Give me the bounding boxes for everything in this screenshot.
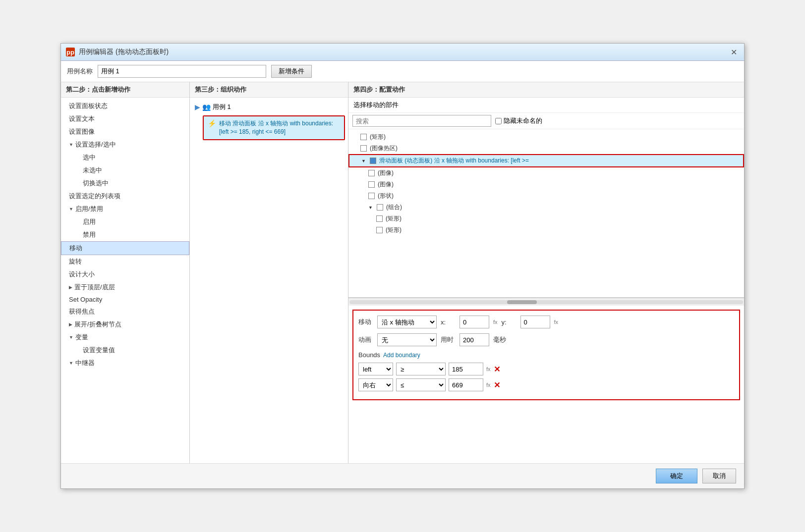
comp-item-image1[interactable]: (图像) <box>348 167 744 179</box>
comp-item-rect1[interactable]: (矩形) <box>348 131 744 143</box>
step3-panel: 第三步：组织动作 ▶ 👥 用例 1 ⚡ 移动 滑动面板 沿 x 轴拖动 with… <box>190 82 348 463</box>
comp-label-image1: (图像) <box>378 169 394 177</box>
list-item-move[interactable]: 移动 <box>61 241 189 255</box>
comp-checkbox-shape[interactable] <box>368 193 375 199</box>
comp-checkbox-hotarea[interactable] <box>360 145 367 152</box>
group-enable-disable[interactable]: ▼ 启用/禁用 <box>61 203 189 215</box>
boundary1-op-select[interactable]: ≥ ≤ > < = <box>396 363 446 375</box>
comp-label-shape: (形状) <box>378 192 394 200</box>
comp-label-slider: 滑动面板 (动态面板) 沿 x 轴拖动 with boundaries: [le… <box>379 157 529 165</box>
hide-unnamed-label: 隐藏未命名的 <box>504 116 542 125</box>
horizontal-scrollbar[interactable] <box>348 298 744 306</box>
comp-item-image2[interactable]: (图像) <box>348 179 744 190</box>
list-item-set-var[interactable]: 设置变量值 <box>61 344 189 357</box>
bounds-row: Bounds Add boundary <box>358 351 734 359</box>
toolbar: 用例名称 新增条件 <box>61 61 744 82</box>
boundary2-value-input[interactable] <box>449 378 483 391</box>
move-config-row: 移动 沿 x 轴拖动 沿 y 轴拖动 拖动 到达 x: fx y: fx <box>358 316 734 328</box>
group-layer-label: 置于顶层/底层 <box>74 283 115 292</box>
dialog-use-case-editor: pp 用例编辑器 (拖动动态面板时) ✕ 用例名称 新增条件 第二步：点击新增动… <box>60 43 745 489</box>
move-direction-select[interactable]: 沿 x 轴拖动 沿 y 轴拖动 拖动 到达 <box>377 316 437 328</box>
use-case-group-icon: 👥 <box>202 103 211 111</box>
use-case-name-input[interactable] <box>98 65 266 78</box>
boundary1-direction-select[interactable]: left right top bottom <box>358 363 393 375</box>
list-item-set-text[interactable]: 设置文本 <box>61 112 189 125</box>
scrollbar-track <box>349 300 743 304</box>
list-item-select[interactable]: 选中 <box>61 151 189 164</box>
expand-icon: ▼ <box>361 159 366 163</box>
comp-item-shape[interactable]: (形状) <box>348 190 744 202</box>
list-item-deselect[interactable]: 未选中 <box>61 164 189 177</box>
comp-checkbox-rect1[interactable] <box>360 134 367 140</box>
y-value-input[interactable] <box>520 316 550 328</box>
boundary2-fx-button[interactable]: fx <box>486 382 491 388</box>
comp-checkbox-rect-sub2[interactable] <box>376 227 383 233</box>
group-layer[interactable]: ▶ 置于顶层/底层 <box>61 281 189 294</box>
list-item-disable[interactable]: 禁用 <box>61 228 189 241</box>
boundary-row-1: left right top bottom ≥ ≤ > < = fx ✕ <box>358 363 734 375</box>
duration-input[interactable] <box>460 333 489 346</box>
comp-checkbox-group[interactable] <box>377 204 383 211</box>
comp-item-rect-sub1[interactable]: (矩形) <box>348 213 744 224</box>
triangle-icon-3: ▶ <box>69 285 72 290</box>
add-boundary-link[interactable]: Add boundary <box>383 352 420 359</box>
animation-config-row: 动画 无 线性 缓进 缓出 用时 毫秒 <box>358 333 734 346</box>
y-fx-button[interactable]: fx <box>554 319 559 325</box>
group-variable-label: 变量 <box>75 333 88 342</box>
list-item-focus[interactable]: 获得焦点 <box>61 305 189 318</box>
boundary1-delete-button[interactable]: ✕ <box>494 365 500 374</box>
x-fx-button[interactable]: fx <box>493 319 498 325</box>
animation-select[interactable]: 无 线性 缓进 缓出 <box>377 333 437 346</box>
comp-checkbox-slider[interactable] <box>370 158 376 164</box>
comp-item-hotarea[interactable]: (图像热区) <box>348 143 744 154</box>
ok-button[interactable]: 确定 <box>656 469 697 483</box>
duration-unit: 毫秒 <box>493 335 508 344</box>
boundary2-direction-select[interactable]: 向右 向左 向上 向下 <box>358 378 393 391</box>
bottom-bar: 确定 取消 <box>61 463 744 488</box>
list-item-enable[interactable]: 启用 <box>61 215 189 228</box>
boundary2-op-select[interactable]: ≥ ≤ > < = <box>396 378 446 391</box>
list-item-set-list-selection[interactable]: 设置选定的列表项 <box>61 190 189 203</box>
list-item-resize[interactable]: 设计大小 <box>61 268 189 281</box>
group-repeater-label: 中继器 <box>75 359 95 368</box>
list-item-opacity[interactable]: Set Opacity <box>61 294 189 305</box>
comp-item-rect-sub2[interactable]: (矩形) <box>348 224 744 236</box>
hide-unnamed-checkbox[interactable] <box>495 118 502 124</box>
x-value-input[interactable] <box>460 316 489 328</box>
use-case-tree-label: 用例 1 <box>213 103 231 111</box>
comp-checkbox-rect-sub1[interactable] <box>376 215 383 222</box>
boundary1-value-input[interactable] <box>449 363 483 375</box>
comp-checkbox-image1[interactable] <box>368 170 375 176</box>
group-repeater[interactable]: ▼ 中继器 <box>61 357 189 370</box>
step2-panel: 第二步：点击新增动作 设置面板状态 设置文本 设置图像 ▼ 设置选择/选中 选中… <box>61 82 190 463</box>
component-search-input[interactable] <box>352 115 491 127</box>
comp-label-rect-sub2: (矩形) <box>386 226 402 234</box>
add-condition-button[interactable]: 新增条件 <box>271 65 312 78</box>
step3-content: ▶ 👥 用例 1 ⚡ 移动 滑动面板 沿 x 轴拖动 with boundari… <box>190 98 348 463</box>
group-set-selection[interactable]: ▼ 设置选择/选中 <box>61 138 189 151</box>
duration-label: 用时 <box>441 335 456 344</box>
comp-item-group[interactable]: ▼ (组合) <box>348 202 744 213</box>
x-label: x: <box>441 319 456 326</box>
animation-label: 动画 <box>358 335 373 344</box>
use-case-tree-icon: ▶ <box>195 103 200 111</box>
close-button[interactable]: ✕ <box>728 47 739 57</box>
list-item-set-image[interactable]: 设置图像 <box>61 125 189 138</box>
group-variable[interactable]: ▼ 变量 <box>61 331 189 344</box>
group-tree[interactable]: ▶ 展开/折叠树节点 <box>61 318 189 331</box>
comp-item-slider[interactable]: ▼ 滑动面板 (动态面板) 沿 x 轴拖动 with boundaries: [… <box>348 154 744 167</box>
boundary1-fx-button[interactable]: fx <box>486 366 491 372</box>
boundary2-delete-button[interactable]: ✕ <box>494 380 500 390</box>
main-content: 第二步：点击新增动作 设置面板状态 设置文本 设置图像 ▼ 设置选择/选中 选中… <box>61 82 744 463</box>
triangle-icon: ▼ <box>69 142 73 147</box>
cancel-button[interactable]: 取消 <box>702 469 736 483</box>
triangle-icon-4: ▶ <box>69 322 72 327</box>
list-item-rotate[interactable]: 旋转 <box>61 255 189 268</box>
action-item-move[interactable]: ⚡ 移动 滑动面板 沿 x 轴拖动 with boundaries: [left… <box>203 115 345 140</box>
step4-panel: 第四步：配置动作 选择移动的部件 隐藏未命名的 (矩形) (图像 <box>348 82 744 463</box>
comp-label-image2: (图像) <box>378 180 394 189</box>
comp-checkbox-image2[interactable] <box>368 181 375 188</box>
use-case-root: ▶ 👥 用例 1 <box>193 101 345 113</box>
list-item-toggle[interactable]: 切换选中 <box>61 177 189 190</box>
list-item-set-panel-state[interactable]: 设置面板状态 <box>61 100 189 112</box>
